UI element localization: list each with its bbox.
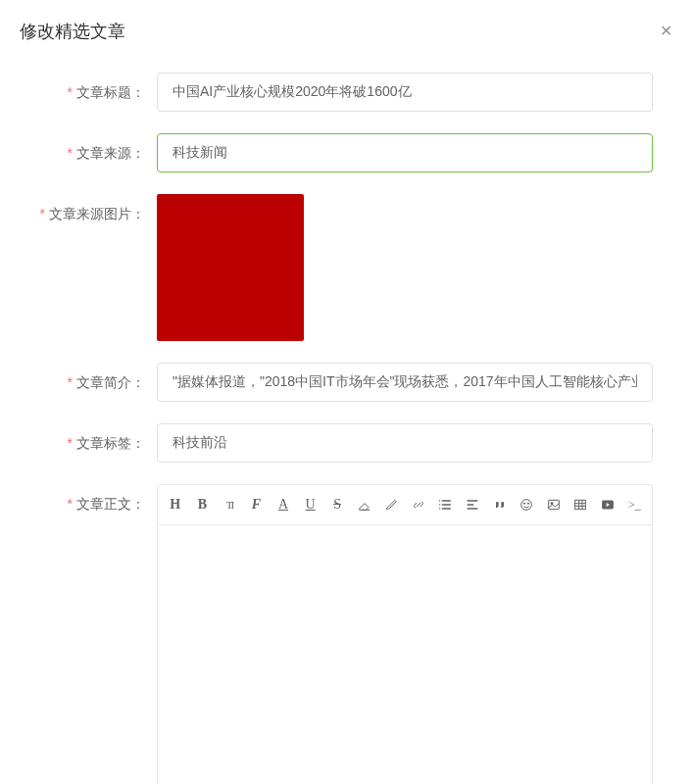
label-source-image: *文章来源图片： <box>20 194 157 233</box>
svg-point-2 <box>527 503 528 504</box>
dialog-header: 修改精选文章 ✕ <box>20 0 672 53</box>
underline-icon[interactable]: U <box>297 491 324 518</box>
label-body: *文章正文： <box>20 484 157 523</box>
link-icon[interactable] <box>405 491 432 518</box>
label-tag: *文章标签： <box>20 423 157 463</box>
brush-icon[interactable] <box>378 491 406 518</box>
video-icon[interactable] <box>594 491 621 518</box>
table-icon[interactable] <box>567 491 594 518</box>
close-icon[interactable]: ✕ <box>660 24 672 39</box>
input-summary[interactable] <box>157 363 653 402</box>
list-icon[interactable] <box>432 491 460 518</box>
field-body: *文章正文： H B TI F A U S <box>20 484 672 784</box>
editor-toolbar: H B TI F A U S >_ <box>157 484 653 524</box>
heading-icon[interactable]: H <box>162 491 189 518</box>
field-summary: *文章简介： <box>20 363 672 402</box>
input-title[interactable] <box>157 73 653 112</box>
field-source: *文章来源： <box>20 133 672 172</box>
svg-rect-5 <box>575 500 586 509</box>
quote-icon[interactable] <box>486 491 514 518</box>
emoji-icon[interactable] <box>513 491 540 518</box>
input-source[interactable] <box>157 133 653 172</box>
svg-point-1 <box>523 503 524 504</box>
image-icon[interactable] <box>540 491 568 518</box>
align-icon[interactable] <box>459 491 486 518</box>
fontcolor-icon[interactable]: A <box>270 491 297 518</box>
field-title: *文章标题： <box>20 73 672 112</box>
code-icon[interactable]: >_ <box>621 491 649 518</box>
label-summary: *文章简介： <box>20 363 157 402</box>
fontsize-icon[interactable]: TI <box>216 491 243 518</box>
dialog-title: 修改精选文章 <box>20 20 125 43</box>
article-form: *文章标题： *文章来源： *文章来源图片： *文章简介： *文章标签： <box>20 53 672 784</box>
source-image-thumbnail[interactable] <box>157 194 304 341</box>
strikethrough-icon[interactable]: S <box>323 491 351 518</box>
label-title: *文章标题： <box>20 73 157 112</box>
edit-article-dialog: 修改精选文章 ✕ *文章标题： *文章来源： *文章来源图片： *文章简介： <box>0 0 692 784</box>
field-tag: *文章标签： <box>20 423 672 463</box>
field-source-image: *文章来源图片： <box>20 194 672 341</box>
bold-icon[interactable]: B <box>189 491 217 518</box>
input-tag[interactable] <box>157 423 653 463</box>
label-source: *文章来源： <box>20 133 157 172</box>
svg-point-0 <box>521 500 532 511</box>
svg-point-4 <box>551 503 553 505</box>
italic-icon[interactable]: F <box>243 491 271 518</box>
editor-body[interactable] <box>157 524 653 784</box>
eraser-icon[interactable] <box>351 491 378 518</box>
